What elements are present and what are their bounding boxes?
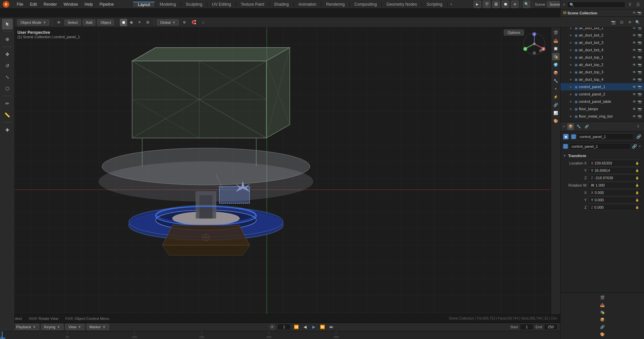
tab-texture-paint[interactable]: Texture Paint [236, 2, 269, 7]
outliner-item-air_duct_top_4[interactable]: ▶ ▣ air_duct_top_4 👁 📷 [560, 76, 644, 83]
rot-x-lock[interactable]: 🔒 [635, 191, 639, 194]
props-options[interactable]: ⊽ [635, 123, 641, 130]
outliner-item-floor_metal_ring_bot[interactable]: ▶ ▣ floor_metal_ring_bot 👁 📷 [560, 113, 644, 120]
play-btn[interactable]: ▶ [311, 324, 317, 330]
scene-props-icon[interactable]: 🎭 [552, 53, 559, 60]
item-vis-5[interactable]: 👁 [632, 63, 637, 67]
render-button[interactable]: 🎬 [483, 1, 490, 8]
outliner-item-control_panel_2[interactable]: ▶ ▣ control_panel_2 👁 📷 [560, 90, 644, 98]
measure-tool[interactable]: 📏 [2, 110, 13, 120]
modifier-props-icon[interactable]: 🔧 [552, 77, 559, 84]
tab-uv-editing[interactable]: UV Editing [207, 2, 236, 7]
outliner-search[interactable] [567, 2, 625, 8]
tab-compositing[interactable]: Compositing [350, 2, 382, 7]
tab-scripting[interactable]: Scripting [422, 2, 447, 7]
mode-selector[interactable]: Object Mode ▼ [17, 19, 49, 25]
object-data-tab[interactable]: 📦 [567, 123, 574, 130]
rotation-x-field[interactable]: X 0.000 🔒 [589, 189, 641, 196]
transform-header[interactable]: ▼ Transform [563, 152, 641, 159]
item-cam-5[interactable]: 📷 [637, 63, 642, 67]
sync-icon[interactable]: ⟳ [269, 324, 275, 330]
item-cam-4[interactable]: 📷 [637, 56, 642, 59]
rotation-w-field[interactable]: W 1.000 🔒 [589, 182, 641, 189]
outliner-item-air_duct_bot_3[interactable]: ▶ ▣ air_duct_bot_3 👁 📷 [560, 39, 644, 46]
camera-icon[interactable]: 📷 [610, 19, 617, 26]
loc-y-lock[interactable]: 🔒 [635, 169, 639, 172]
output-props-icon[interactable]: 📤 [552, 37, 559, 44]
menu-window[interactable]: Window [60, 0, 81, 8]
render-props-icon[interactable]: 🎬 [552, 29, 559, 36]
annotate-tool[interactable]: ✏ [2, 98, 13, 109]
marker-menu[interactable]: Marker ▼ [87, 324, 109, 330]
overlay-icon[interactable]: ⊡ [618, 19, 625, 26]
start-frame-input[interactable]: 1 [520, 324, 533, 330]
menu-file[interactable]: File [13, 0, 26, 8]
item-vis-4[interactable]: 👁 [632, 56, 637, 59]
location-z-field[interactable]: Z -318.97638 🔒 [589, 175, 641, 181]
transform-tool[interactable]: ⬡ [2, 83, 13, 94]
menu-pipeline[interactable]: Pipeline [96, 0, 117, 8]
view-layer-icon[interactable]: 🔲 [552, 45, 559, 52]
location-y-field[interactable]: Y 26.69814 🔒 [589, 167, 641, 174]
render-bottom-icon[interactable]: 🎬 [562, 294, 643, 301]
outliner-item-air_duct_bot_4[interactable]: ▶ ▣ air_duct_bot_4 👁 📷 [560, 46, 644, 54]
timeline-ruler[interactable]: 0 50 100 150 200 250 [0, 331, 560, 339]
rotation-y-field[interactable]: Y 0.000 🔒 [589, 197, 641, 203]
outliner-item-control_panel_table[interactable]: ▶ ▣ control_panel_table 👁 📷 [560, 98, 644, 105]
item-cam-9[interactable]: 📷 [637, 92, 642, 96]
modifier-tab[interactable]: 🔧 [575, 123, 582, 130]
cursor-tool[interactable]: ⊕ [2, 34, 13, 45]
tl-view-menu[interactable]: View ▼ [65, 324, 85, 330]
solid-view-icon[interactable]: ◼ [120, 19, 127, 26]
pivot-point[interactable]: ⊕ [181, 19, 188, 26]
viewport-3d[interactable]: User Perspective (1) Scene Collection | … [15, 27, 551, 322]
outliner-filter-btn[interactable]: ⊽ [627, 2, 633, 8]
rot-y-lock[interactable]: 🔒 [635, 198, 639, 202]
scale-tool[interactable]: ⤡ [2, 72, 13, 82]
item-cam-1[interactable]: 📷 [637, 33, 642, 37]
tab-geometry-nodes[interactable]: Geometry Nodes [382, 2, 422, 7]
loc-z-lock[interactable]: 🔒 [635, 176, 639, 180]
loc-x-lock[interactable]: 🔒 [635, 161, 639, 165]
item-vis-11[interactable]: 👁 [632, 107, 637, 111]
move-tool[interactable]: ✥ [2, 49, 13, 60]
item-vis-9[interactable]: 👁 [632, 92, 637, 96]
outliner-options-btn[interactable]: ☰ [635, 2, 641, 8]
keying-menu[interactable]: Keying ▼ [41, 324, 64, 330]
material-props-icon[interactable]: 🎨 [552, 117, 559, 125]
outliner-item-control_panel_1[interactable]: ▶ ▣ control_panel_1 👁 📷 [560, 83, 644, 90]
location-x-field[interactable]: X 239.65359 🔒 [589, 160, 641, 166]
step-fwd-btn[interactable]: ⏩ [319, 324, 326, 330]
rendered-view-icon[interactable]: ☀ [136, 19, 143, 26]
tab-sculpting[interactable]: Sculpting [181, 2, 207, 7]
item-vis-8[interactable]: 👁 [632, 85, 637, 89]
end-frame-input[interactable]: 250 [544, 324, 557, 330]
item-cam-2[interactable]: 📷 [637, 41, 642, 45]
item-vis-10[interactable]: 👁 [632, 100, 637, 104]
view-menu[interactable]: 👁 [55, 19, 62, 26]
search-icon[interactable]: 🔍 [634, 19, 641, 26]
object-props-icon[interactable]: 📦 [552, 69, 559, 76]
object-name-field[interactable]: control_panel_1 [577, 133, 634, 140]
tab-layout[interactable]: Layout [133, 2, 155, 7]
item-vis-2[interactable]: 👁 [632, 41, 637, 45]
rot-w-lock[interactable]: 🔒 [635, 184, 639, 187]
proportional-edit[interactable]: ○ [200, 19, 207, 26]
tab-animation[interactable]: Animation [294, 2, 321, 7]
outliner-item-air_duct_top_1[interactable]: ▶ ▣ air_duct_top_1 👁 📷 [560, 54, 644, 61]
tab-add[interactable]: + [447, 2, 455, 7]
data-props-icon[interactable]: 📊 [552, 109, 559, 117]
search-button[interactable]: 🔍 [523, 1, 530, 8]
object-menu[interactable]: Object [97, 19, 114, 25]
item-vis-7[interactable]: 👁 [632, 78, 637, 81]
add-tool[interactable]: ✚ [2, 125, 13, 135]
linked-data-field[interactable]: control_panel_1 [569, 143, 631, 150]
render-anim-button[interactable]: 🖼 [492, 1, 500, 8]
material-bottom-icon[interactable]: 🎨 [562, 331, 643, 338]
constraints-tab[interactable]: 🔗 [583, 123, 590, 130]
select-tool[interactable] [2, 19, 13, 29]
constraint-bottom-icon[interactable]: 🔗 [562, 324, 643, 330]
play-button[interactable]: ▶ [474, 1, 481, 8]
current-frame-input[interactable]: 1 [277, 324, 291, 330]
item-vis-12[interactable]: 👁 [632, 115, 637, 118]
